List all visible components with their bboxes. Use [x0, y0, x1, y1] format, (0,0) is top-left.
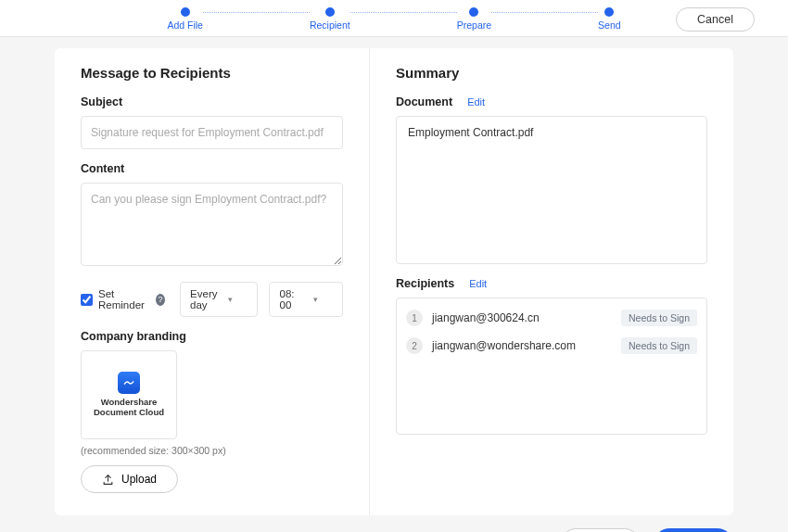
header: Add File Recipient Prepare Send Cancel	[0, 0, 788, 37]
recipient-status-badge: Needs to Sign	[621, 337, 697, 354]
reminder-row: Set Reminder ? Every day ▾ 08: 00 ▾	[81, 282, 343, 317]
footer: Back Send	[55, 528, 733, 532]
document-label: Document	[396, 95, 452, 108]
content-textarea[interactable]	[81, 183, 343, 266]
chevron-down-icon: ▾	[313, 295, 318, 304]
message-title: Message to Recipients	[81, 65, 343, 81]
cancel-button[interactable]: Cancel	[676, 7, 755, 32]
step-divider	[350, 12, 457, 13]
step-dot-icon	[604, 7, 614, 17]
step-dot-icon	[181, 7, 190, 17]
recipient-number-badge: 1	[406, 310, 423, 326]
message-pane: Message to Recipients Subject Content Se…	[55, 48, 370, 515]
back-button[interactable]: Back	[560, 528, 641, 532]
wondershare-logo-icon	[118, 372, 140, 394]
step-dot-icon	[469, 7, 478, 17]
summary-pane: Summary Document Edit Employment Contrac…	[370, 48, 733, 515]
send-button[interactable]: Send	[654, 528, 733, 532]
brand-size-hint: (recommended size: 300×300 px)	[81, 445, 343, 456]
frequency-select[interactable]: Every day ▾	[180, 282, 258, 317]
subject-input[interactable]	[81, 116, 343, 149]
subject-label: Subject	[81, 95, 343, 108]
branding-label: Company branding	[81, 330, 343, 343]
upload-button[interactable]: Upload	[81, 465, 178, 493]
step-prepare[interactable]: Prepare	[457, 7, 491, 31]
upload-icon	[102, 474, 114, 486]
edit-document-link[interactable]: Edit	[467, 96, 485, 108]
chevron-down-icon: ▾	[228, 295, 233, 304]
recipient-number-badge: 2	[406, 337, 423, 354]
brand-name: Wondershare Document Cloud	[94, 398, 164, 418]
step-divider	[491, 12, 598, 13]
recipient-email: jiangwan@300624.cn	[432, 311, 612, 324]
recipient-row: 1 jiangwan@300624.cn Needs to Sign	[397, 304, 706, 332]
step-recipient[interactable]: Recipient	[310, 7, 350, 31]
help-icon[interactable]: ?	[156, 294, 165, 306]
main-card: Message to Recipients Subject Content Se…	[55, 48, 733, 515]
edit-recipients-link[interactable]: Edit	[469, 278, 487, 289]
step-send[interactable]: Send	[598, 7, 621, 31]
recipient-status-badge: Needs to Sign	[621, 310, 697, 326]
recipient-email: jiangwan@wondershare.com	[432, 339, 612, 352]
step-dot-icon	[325, 7, 335, 17]
stepper: Add File Recipient Prepare Send	[0, 7, 788, 31]
step-divider	[203, 12, 310, 13]
document-name: Employment Contract.pdf	[408, 126, 695, 139]
recipients-list: 1 jiangwan@300624.cn Needs to Sign 2 jia…	[396, 298, 707, 435]
content-label: Content	[81, 162, 343, 175]
time-select[interactable]: 08: 00 ▾	[269, 282, 343, 317]
step-add-file[interactable]: Add File	[167, 7, 203, 31]
recipients-label: Recipients	[396, 277, 454, 290]
summary-title: Summary	[396, 65, 707, 81]
brand-preview: Wondershare Document Cloud	[81, 350, 177, 439]
set-reminder-label: Set Reminder	[98, 288, 148, 310]
document-list: Employment Contract.pdf	[396, 116, 707, 264]
recipient-row: 2 jiangwan@wondershare.com Needs to Sign	[397, 332, 706, 360]
set-reminder-checkbox[interactable]	[81, 294, 93, 306]
